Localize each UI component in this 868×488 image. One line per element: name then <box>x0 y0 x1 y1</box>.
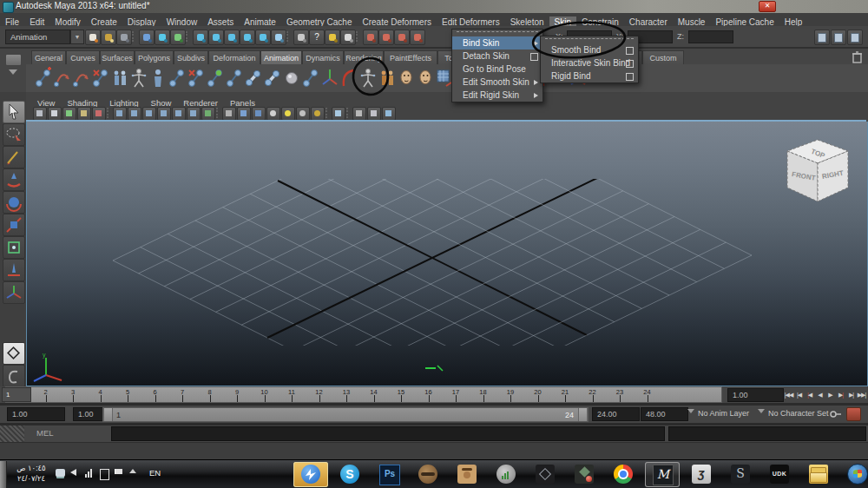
playback-end-field[interactable]: 24.00 <box>592 407 640 421</box>
snap-magnet-icon[interactable] <box>363 30 378 45</box>
taskbar-app-cowboy-game[interactable] <box>450 462 484 487</box>
image-plane-icon[interactable] <box>62 107 76 121</box>
light-gray-icon[interactable] <box>296 107 310 121</box>
red-cross-joint-icon[interactable] <box>35 67 52 89</box>
shelf-tab-painteffects[interactable]: PaintEffects <box>384 50 437 64</box>
messenger-icon[interactable] <box>301 465 320 484</box>
range-end-handle[interactable] <box>578 408 588 421</box>
status-separator[interactable] <box>186 31 191 42</box>
frame-tick[interactable] <box>401 395 402 402</box>
select-component-icon[interactable] <box>170 30 186 45</box>
command-line-grip[interactable] <box>0 425 24 442</box>
status-separator[interactable] <box>286 31 292 42</box>
bookmark-icon[interactable] <box>48 107 62 121</box>
red-dot-app-icon[interactable] <box>575 465 594 484</box>
step-forward-frame-button[interactable]: ▶| <box>836 388 845 401</box>
taskbar-clock[interactable]: ١٠:٤٥ ص ٢٤/٠٧/٢٤ <box>9 463 54 484</box>
joint-pair-icon[interactable] <box>302 67 319 89</box>
light-yellow-icon[interactable] <box>281 107 295 121</box>
film-gate-icon[interactable] <box>113 107 127 121</box>
taskbar-app-helmet-game[interactable] <box>411 462 445 487</box>
universal-manipulator-tool[interactable] <box>3 236 25 259</box>
axes-icon[interactable] <box>77 107 91 121</box>
frame-tick[interactable] <box>182 395 183 402</box>
frame-tick[interactable] <box>101 395 102 402</box>
udk-icon[interactable]: UDK <box>770 465 789 484</box>
select-object-icon[interactable] <box>155 30 170 45</box>
input-connection-icon[interactable] <box>293 30 309 45</box>
orange-figures-icon[interactable] <box>378 67 396 89</box>
shaded-cube-icon[interactable] <box>237 107 251 121</box>
character-set-dropdown-icon[interactable] <box>758 409 765 413</box>
share-icon[interactable] <box>382 107 396 121</box>
tool-settings-toggle-icon[interactable] <box>847 30 863 45</box>
taskbar-app-zbrush[interactable]: ʒ <box>684 462 719 487</box>
perspective-viewport[interactable]: y TOP FRONT RIGHT <box>26 122 868 386</box>
current-time-field[interactable]: 1.00 <box>727 388 784 402</box>
gate-mask-icon[interactable] <box>142 107 156 121</box>
taskbar-app-maya[interactable]: M <box>645 462 680 487</box>
frame-tick[interactable] <box>456 395 457 402</box>
textured-cube-icon[interactable] <box>252 107 266 121</box>
shelf-trash-icon[interactable] <box>852 50 863 63</box>
help-icon[interactable]: ? <box>309 30 325 45</box>
step-forward-key-button[interactable]: ▶| <box>846 388 856 401</box>
chrome-icon[interactable] <box>614 465 633 484</box>
submenu-tearoff-handle[interactable] <box>545 38 634 43</box>
quick-layout-diamond-button[interactable] <box>3 342 25 365</box>
anim-layer-selector[interactable]: No Anim Layer <box>698 409 749 418</box>
soft-modification-tool[interactable] <box>3 259 25 281</box>
lock-icon[interactable] <box>325 30 340 45</box>
helmet-game-icon[interactable] <box>418 465 437 484</box>
option-box-icon[interactable] <box>626 60 634 68</box>
grid-hand-icon[interactable] <box>436 67 453 89</box>
frame-tick[interactable] <box>128 395 128 402</box>
snap-point-icon[interactable] <box>224 30 240 45</box>
shelf-arrow-icon[interactable] <box>9 69 17 75</box>
show-hidden-icons-caret[interactable] <box>129 469 136 473</box>
play-backwards-button[interactable]: ◀ <box>815 388 825 401</box>
shelf-tab-deformation[interactable]: Deformation <box>208 50 260 64</box>
skype-icon[interactable]: S <box>340 465 359 484</box>
s-app-icon[interactable]: S <box>731 465 750 484</box>
quick-layout-swirl-button[interactable] <box>3 365 25 387</box>
layer-editor-toggle-icon[interactable] <box>831 30 846 45</box>
panel-separator[interactable] <box>107 108 112 118</box>
frame-tick[interactable] <box>346 395 347 402</box>
maya-icon[interactable]: M <box>653 465 674 485</box>
paint-selection-tool[interactable] <box>3 146 25 168</box>
taskbar-app-photoshop[interactable]: Ps <box>372 462 406 487</box>
option-box-icon[interactable] <box>626 73 634 81</box>
camera-icon[interactable] <box>33 107 47 121</box>
face-icon[interactable] <box>417 67 434 89</box>
make-live-icon[interactable] <box>271 30 286 45</box>
network-icon[interactable] <box>56 469 65 477</box>
scale-tool[interactable] <box>3 214 25 236</box>
frame-tick[interactable] <box>237 395 238 402</box>
panel-separator[interactable] <box>216 108 221 118</box>
menu-item-edit-rigid-skin[interactable]: Edit Rigid Skin <box>452 89 542 102</box>
taskbar-app-udk[interactable]: UDK <box>762 462 797 487</box>
range-start-handle[interactable] <box>103 408 113 421</box>
shelf-tab-rendering[interactable]: Rendering <box>344 50 384 64</box>
frame-tick[interactable] <box>429 395 430 402</box>
option-box-icon[interactable] <box>530 53 538 61</box>
frame-tick[interactable] <box>538 395 539 402</box>
rotate-tool[interactable] <box>3 191 25 214</box>
resolution-gate-icon[interactable] <box>128 107 141 121</box>
frame-tick[interactable] <box>210 395 211 402</box>
shelf-tab-surfaces[interactable]: Surfaces <box>100 50 135 64</box>
menu-set-selector[interactable]: Animation <box>5 30 70 44</box>
menu-item-rigid-bind[interactable]: Rigid Bind <box>541 69 638 82</box>
option-box-icon[interactable] <box>626 47 634 55</box>
show-manipulator-tool[interactable] <box>3 281 25 304</box>
explorer-icon[interactable] <box>809 465 828 484</box>
magnet-axis-icon[interactable] <box>410 30 425 45</box>
gray-sphere-icon[interactable] <box>283 67 300 89</box>
animation-start-field[interactable]: 1.00 <box>7 407 65 421</box>
shelf-tab-general[interactable]: General <box>31 50 66 64</box>
taskbar-app-chrome[interactable] <box>606 462 641 487</box>
red-x-joint-icon[interactable] <box>187 67 205 89</box>
animation-end-field[interactable]: 48.00 <box>641 407 688 421</box>
auto-key-icon[interactable] <box>830 409 842 419</box>
